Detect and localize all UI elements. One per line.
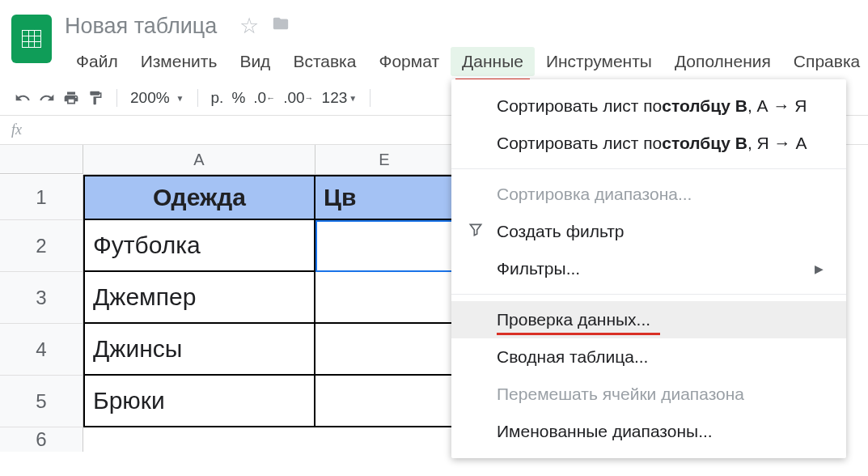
document-title-text: Новая таблица bbox=[65, 14, 217, 38]
folder-icon[interactable] bbox=[270, 13, 291, 39]
sort-asc-suffix: , А → Я bbox=[747, 96, 807, 116]
menu-filters[interactable]: Фильтры... ▶ bbox=[451, 250, 846, 287]
cell-a3[interactable]: Джемпер bbox=[83, 272, 315, 324]
menu-tools[interactable]: Инструменты bbox=[535, 47, 663, 76]
menu-separator bbox=[451, 168, 846, 169]
sort-desc-suffix: , Я → А bbox=[747, 134, 807, 153]
separator bbox=[370, 89, 370, 107]
annotation-underline-icon bbox=[497, 333, 660, 335]
cell-a1[interactable]: Одежда bbox=[83, 175, 315, 220]
sort-asc-prefix: Сортировать лист по bbox=[497, 96, 662, 116]
row-header-5[interactable]: 5 bbox=[0, 376, 83, 427]
menu-file[interactable]: Файл bbox=[65, 47, 129, 76]
menu-view[interactable]: Вид bbox=[228, 47, 282, 76]
redo-button[interactable] bbox=[39, 90, 55, 106]
menu-named-ranges[interactable]: Именованные диапазоны... bbox=[451, 413, 846, 450]
cell-a4[interactable]: Джинсы bbox=[83, 324, 315, 376]
data-menu-dropdown: Сортировать лист по столбцу B , А → Я Со… bbox=[451, 79, 846, 458]
format-currency-button[interactable]: р. bbox=[211, 89, 224, 107]
menu-sort-range: Сортировка диапазона... bbox=[451, 176, 846, 213]
menu-help[interactable]: Справка bbox=[782, 47, 868, 76]
menu-data[interactable]: Данные bbox=[451, 47, 535, 76]
menu-data-label: Данные bbox=[462, 52, 523, 70]
more-formats-label: 123 bbox=[322, 89, 348, 107]
column-header-a[interactable]: A bbox=[83, 145, 315, 174]
column-header-b[interactable]: Е bbox=[315, 145, 453, 174]
cell-b3[interactable] bbox=[315, 272, 453, 324]
zoom-selector[interactable]: 200% ▼ bbox=[130, 89, 184, 107]
star-icon[interactable]: ☆ bbox=[239, 13, 259, 39]
row-header-1[interactable]: 1 bbox=[0, 175, 83, 220]
title-area: Новая таблица ☆ Файл Изменить Вид Вставк… bbox=[65, 8, 868, 81]
decrease-decimal-button[interactable]: .0← bbox=[253, 89, 275, 107]
menu-randomize: Перемешать ячейки диапазона bbox=[451, 376, 846, 413]
cell-b4[interactable] bbox=[315, 324, 453, 376]
menu-sort-desc[interactable]: Сортировать лист по столбцу B , Я → А bbox=[451, 125, 846, 162]
menu-create-filter[interactable]: Создать фильтр bbox=[451, 213, 846, 250]
format-percent-button[interactable]: % bbox=[231, 89, 245, 107]
menu-edit[interactable]: Изменить bbox=[129, 47, 229, 76]
menubar: Файл Изменить Вид Вставка Формат Данные … bbox=[65, 42, 868, 81]
paint-format-button[interactable] bbox=[87, 90, 104, 106]
cell-a2[interactable]: Футболка bbox=[83, 220, 315, 272]
sort-col-bold: столбцу B bbox=[662, 96, 747, 116]
sort-desc-prefix: Сортировать лист по bbox=[497, 134, 662, 153]
row-header-6[interactable]: 6 bbox=[0, 427, 83, 452]
document-title[interactable]: Новая таблица ☆ bbox=[65, 8, 868, 42]
cell-b5[interactable] bbox=[315, 376, 453, 427]
select-all-corner[interactable] bbox=[0, 145, 83, 174]
menu-separator bbox=[451, 294, 846, 295]
row-header-3[interactable]: 3 bbox=[0, 272, 83, 324]
cell-b1[interactable]: Цв bbox=[315, 175, 453, 220]
row-header-4[interactable]: 4 bbox=[0, 324, 83, 376]
row-header-2[interactable]: 2 bbox=[0, 220, 83, 272]
filter-icon bbox=[468, 222, 484, 242]
cell-a5[interactable]: Брюки bbox=[83, 376, 315, 427]
zoom-value: 200% bbox=[130, 89, 170, 107]
separator bbox=[197, 89, 198, 107]
menu-pivot-table[interactable]: Сводная таблица... bbox=[451, 338, 846, 376]
menu-addons[interactable]: Дополнения bbox=[663, 47, 782, 76]
fx-label: fx bbox=[11, 121, 22, 138]
increase-decimal-button[interactable]: .00→ bbox=[283, 89, 313, 107]
menu-insert[interactable]: Вставка bbox=[282, 47, 367, 76]
more-formats-button[interactable]: 123 ▼ bbox=[322, 89, 358, 107]
create-filter-label: Создать фильтр bbox=[497, 222, 625, 241]
chevron-right-icon: ▶ bbox=[815, 262, 824, 275]
undo-button[interactable] bbox=[15, 90, 31, 106]
menu-format[interactable]: Формат bbox=[367, 47, 451, 76]
sort-col-bold: столбцу B bbox=[662, 134, 747, 153]
print-button[interactable] bbox=[63, 90, 79, 106]
cell-b2[interactable] bbox=[315, 220, 453, 272]
menu-data-validation[interactable]: Проверка данных... bbox=[451, 301, 846, 338]
sheets-logo bbox=[11, 15, 52, 63]
data-validation-label: Проверка данных... bbox=[497, 310, 650, 329]
chevron-down-icon: ▼ bbox=[176, 94, 184, 103]
menu-sort-asc[interactable]: Сортировать лист по столбцу B , А → Я bbox=[451, 87, 846, 125]
app-header: Новая таблица ☆ Файл Изменить Вид Вставк… bbox=[0, 0, 868, 81]
separator bbox=[116, 89, 117, 107]
filters-label: Фильтры... bbox=[497, 259, 580, 278]
chevron-down-icon: ▼ bbox=[349, 94, 357, 103]
